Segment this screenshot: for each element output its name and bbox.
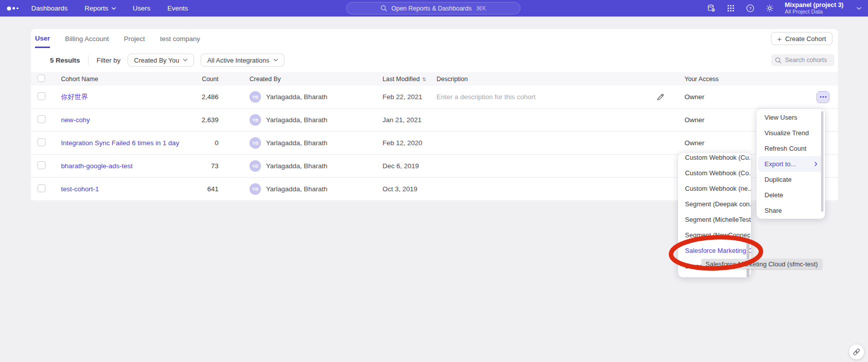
menu-item-delete[interactable]: Delete	[756, 187, 825, 203]
cohort-count: 73	[191, 162, 218, 170]
tabs-bar: User Billing Account Project test compan…	[31, 29, 838, 48]
creator-name: Yarlagadda, Bharath	[266, 116, 328, 124]
nav-item-reports[interactable]: Reports	[84, 5, 116, 12]
tab-test-company[interactable]: test company	[160, 30, 200, 47]
global-search-label: Open Reports & Dashboards	[392, 5, 472, 12]
chevron-down-icon	[112, 7, 116, 10]
plus-icon: +	[778, 35, 782, 43]
help-icon[interactable]: ?	[746, 4, 754, 13]
menu-item-export-to[interactable]: Export to...	[758, 156, 824, 172]
table-header: Cohort Name Count Created By Last Modifi…	[31, 72, 838, 86]
submenu-item-segment-1[interactable]: Segment (Deepak con...	[678, 196, 751, 212]
submenu-item-segment-3[interactable]: Segment (NewConnec...	[678, 227, 751, 243]
chevron-down-icon	[183, 59, 188, 62]
submenu-item-salesforce-marketing-cloud[interactable]: Salesforce Marketing C...	[678, 243, 751, 258]
chevron-down-icon	[274, 59, 278, 62]
last-modified: Feb 22, 2021	[376, 93, 430, 101]
row-context-menu: View Users Visualize Trend Refresh Count…	[756, 109, 825, 219]
avatar: YB	[250, 91, 261, 103]
project-name: Mixpanel (project 3)	[785, 2, 844, 9]
apps-grid-icon[interactable]	[726, 4, 735, 13]
shortcut-hint: ⌘K	[476, 5, 486, 12]
avatar: YB	[250, 183, 261, 195]
svg-text:?: ?	[749, 6, 752, 11]
menu-item-duplicate[interactable]: Duplicate	[756, 172, 825, 187]
salesforce-tooltip: Salesforce Marketing Cloud (sfmc-test)	[702, 259, 822, 269]
last-modified: Oct 3, 2019	[376, 185, 430, 193]
project-switcher[interactable]: Mixpanel (project 3) All Project Data	[785, 2, 844, 15]
row-checkbox[interactable]	[38, 184, 46, 192]
table-row: Integration Sync Failed 6 times in 1 day…	[31, 132, 838, 155]
divider	[88, 55, 88, 65]
col-description: Description	[430, 76, 654, 83]
table-row: 你好世界 2,486 YBYarlagadda, Bharath Feb 22,…	[31, 86, 838, 109]
row-checkbox[interactable]	[38, 138, 46, 146]
cohort-name-link[interactable]: Integration Sync Failed 6 times in 1 day	[61, 139, 179, 147]
nav-item-dashboards[interactable]: Dashboards	[32, 5, 68, 12]
submenu-item-custom-webhook-1[interactable]: Custom Webhook (Cu...	[678, 153, 751, 165]
create-cohort-button[interactable]: + Create Cohort	[771, 32, 832, 45]
created-by-filter[interactable]: Created By You	[128, 54, 194, 67]
cohort-name-link[interactable]: test-cohort-1	[61, 185, 99, 193]
link-icon	[852, 348, 860, 356]
menu-item-share[interactable]: Share	[756, 203, 825, 218]
cohort-count: 2,639	[191, 116, 218, 124]
share-link-button[interactable]	[849, 344, 864, 359]
row-actions-button[interactable]	[816, 91, 830, 103]
submenu-item-segment-2[interactable]: Segment (MichelleTest)	[678, 212, 751, 227]
col-cohort-name: Cohort Name	[55, 76, 191, 83]
filter-bar: 5 Results Filter by Created By You All A…	[31, 48, 838, 72]
data-management-icon[interactable]	[707, 4, 716, 13]
top-nav: Dashboards Reports Users Events Open Rep…	[0, 0, 868, 17]
cohort-name-link[interactable]: new-cohy	[61, 116, 90, 124]
creator-name: Yarlagadda, Bharath	[266, 93, 328, 101]
select-all-checkbox[interactable]	[38, 75, 45, 82]
description-input[interactable]: Enter a description for this cohort	[430, 93, 654, 101]
integrations-filter[interactable]: All Active Integrations	[200, 54, 284, 67]
row-checkbox[interactable]	[38, 161, 46, 169]
cohort-count: 641	[191, 185, 218, 193]
cohort-count: 0	[191, 139, 218, 147]
col-last-modified[interactable]: Last Modified⇅	[376, 76, 430, 83]
mixpanel-logo[interactable]	[7, 7, 18, 11]
tab-project[interactable]: Project	[124, 30, 145, 47]
avatar: YB	[250, 114, 261, 126]
creator-name: Yarlagadda, Bharath	[266, 185, 328, 193]
context-menu-scrollbar[interactable]	[821, 111, 824, 212]
nav-item-events[interactable]: Events	[168, 5, 188, 12]
settings-gear-icon[interactable]	[766, 4, 774, 13]
project-chevron-down-icon[interactable]	[854, 4, 863, 13]
cohort-name-link[interactable]: bharath-google-ads-test	[61, 162, 132, 170]
col-your-access: Your Access	[678, 76, 814, 83]
search-cohorts-input[interactable]	[785, 57, 830, 64]
menu-item-view-users[interactable]: View Users	[756, 110, 825, 125]
avatar: YB	[250, 160, 261, 172]
filter-by-label: Filter by	[96, 57, 120, 64]
submenu-item-custom-webhook-2[interactable]: Custom Webhook (Co...	[678, 165, 751, 181]
submenu-scrollbar[interactable]	[746, 237, 750, 277]
tab-user[interactable]: User	[35, 30, 50, 48]
cohort-name-link[interactable]: 你好世界	[61, 93, 88, 101]
edit-pencil-icon[interactable]	[656, 93, 678, 101]
search-icon	[775, 57, 782, 64]
creator-name: Yarlagadda, Bharath	[266, 139, 328, 147]
menu-item-visualize-trend[interactable]: Visualize Trend	[756, 125, 825, 141]
nav-item-users[interactable]: Users	[133, 5, 150, 12]
row-checkbox[interactable]	[38, 115, 46, 123]
tab-billing-account[interactable]: Billing Account	[65, 30, 109, 47]
sort-icon: ⇅	[422, 77, 426, 82]
menu-item-refresh-count[interactable]: Refresh Count	[756, 141, 825, 156]
last-modified: Dec 6, 2019	[376, 162, 430, 170]
results-count: 5 Results	[50, 57, 80, 64]
cohort-count: 2,486	[191, 93, 218, 101]
global-search-button[interactable]: Open Reports & Dashboards ⌘K	[346, 2, 520, 15]
avatar: YB	[250, 137, 261, 149]
last-modified: Jan 21, 2021	[376, 116, 430, 124]
search-icon	[380, 5, 387, 12]
col-created-by: Created By	[244, 76, 376, 83]
row-checkbox[interactable]	[38, 92, 46, 100]
creator-name: Yarlagadda, Bharath	[266, 162, 328, 170]
submenu-item-custom-webhook-3[interactable]: Custom Webhook (ne...	[678, 181, 751, 196]
access-level: Owner	[678, 93, 814, 101]
last-modified: Feb 12, 2020	[376, 139, 430, 147]
